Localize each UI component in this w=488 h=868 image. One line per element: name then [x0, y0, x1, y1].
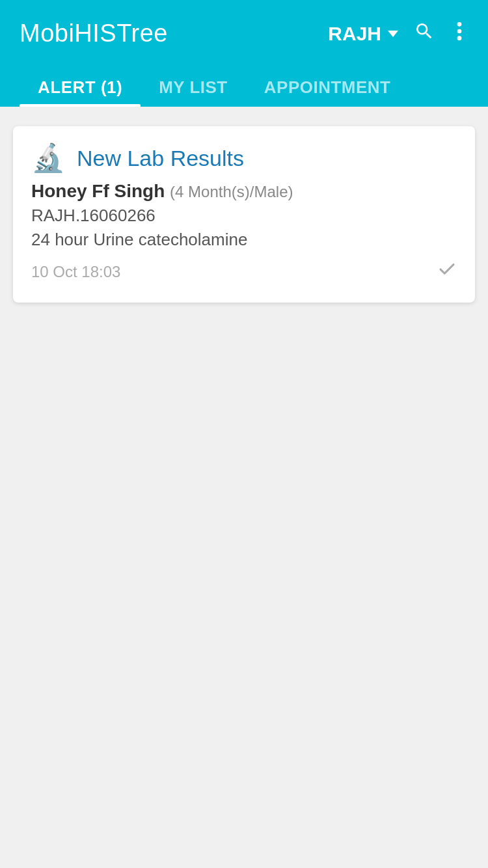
svg-point-2	[457, 36, 462, 40]
alert-timestamp: 10 Oct 18:03	[31, 263, 120, 281]
microscope-icon: 🔬	[31, 144, 65, 172]
tab-mylist[interactable]: MY LIST	[141, 67, 246, 107]
tab-appointment[interactable]: APPOINTMENT	[246, 67, 409, 107]
patient-name: Honey Ff Singh (4 Month(s)/Male)	[31, 181, 457, 202]
app-header: MobiHISTree RAJH ALERT (1)	[0, 0, 488, 107]
header-controls: RAJH	[328, 21, 468, 47]
tab-alert[interactable]: ALERT (1)	[20, 67, 141, 107]
search-icon[interactable]	[414, 21, 435, 47]
tab-bar: ALERT (1) MY LIST APPOINTMENT	[20, 61, 468, 107]
alert-card[interactable]: 🔬 New Lab Results Honey Ff Singh (4 Mont…	[13, 126, 475, 303]
checkmark-icon[interactable]	[437, 259, 457, 284]
app-title: MobiHISTree	[20, 20, 168, 47]
main-content: 🔬 New Lab Results Honey Ff Singh (4 Mont…	[0, 107, 488, 868]
header-top-bar: MobiHISTree RAJH	[20, 20, 468, 61]
svg-point-1	[457, 29, 462, 33]
user-name-label: RAJH	[328, 23, 381, 45]
more-options-icon[interactable]	[450, 21, 468, 47]
alert-type-label: New Lab Results	[77, 146, 244, 171]
test-name: 24 hour Urine catecholamine	[31, 230, 457, 250]
patient-id: RAJH.16060266	[31, 206, 457, 226]
svg-point-0	[457, 22, 462, 27]
user-selector[interactable]: RAJH	[328, 23, 398, 45]
card-header: 🔬 New Lab Results	[31, 144, 457, 172]
chevron-down-icon	[388, 31, 398, 37]
card-footer: 10 Oct 18:03	[31, 259, 457, 284]
patient-meta: (4 Month(s)/Male)	[170, 183, 293, 200]
